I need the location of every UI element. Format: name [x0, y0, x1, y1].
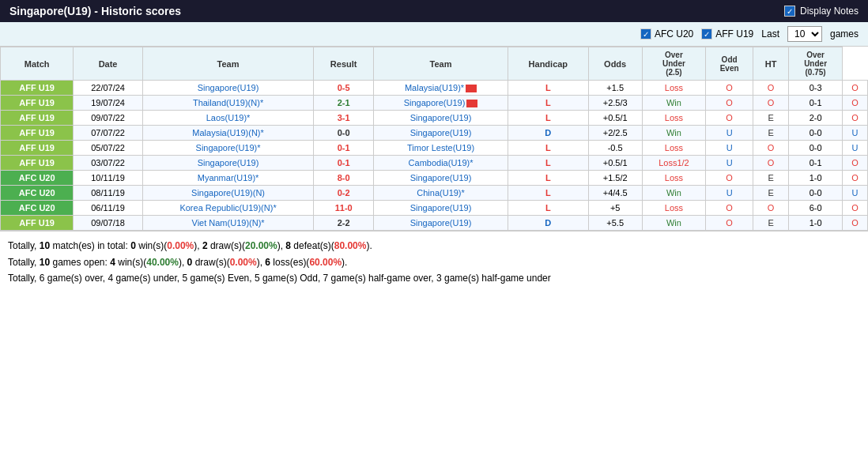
odds-cell: Loss1/2 [642, 156, 705, 171]
team2-cell[interactable]: Singapore(U19) [374, 201, 508, 216]
ou25-cell: O [706, 96, 753, 111]
table-row: AFF U1903/07/22Singapore(U19)0-1Cambodia… [1, 156, 868, 171]
result-cell: 8-0 [314, 171, 374, 186]
wdl-cell: D [508, 126, 589, 141]
display-notes-checkbox[interactable]: ✓ [784, 6, 795, 17]
team1-cell[interactable]: Viet Nam(U19)(N)* [142, 216, 314, 231]
handicap-cell: +5.5 [588, 216, 642, 231]
draws-count: 2 [202, 240, 208, 251]
wdl-cell: L [508, 81, 589, 96]
summary-line3: Totally, 6 game(s) over, 4 game(s) under… [8, 270, 860, 286]
date-cell: 22/07/24 [74, 81, 142, 96]
team1-cell[interactable]: Thailand(U19)(N)* [142, 96, 314, 111]
ou075-cell: O [843, 111, 868, 126]
team1-cell[interactable]: Singapore(U19) [142, 81, 314, 96]
wins-count: 0 [130, 240, 136, 251]
ou25-cell: O [706, 216, 753, 231]
handicap-cell: -0.5 [588, 141, 642, 156]
result-cell: 0-0 [314, 126, 374, 141]
ou25-cell: U [706, 156, 753, 171]
flag-icon [466, 100, 477, 107]
table-row: AFF U1905/07/22Singapore(U19)*0-1Timor L… [1, 141, 868, 156]
ht-cell: 1-0 [789, 171, 843, 186]
aff-u19-checkbox[interactable]: ✓ [701, 28, 712, 40]
odds-cell: Loss [642, 81, 705, 96]
date-cell: 08/11/19 [74, 186, 142, 201]
result-cell: 2-2 [314, 216, 374, 231]
ht-cell: 2-0 [789, 111, 843, 126]
ou075-cell: O [843, 96, 868, 111]
comp-cell: AFC U20 [1, 186, 74, 201]
handicap-cell: +1.5 [588, 81, 642, 96]
afc-u20-filter[interactable]: ✓ AFC U20 [640, 28, 693, 40]
odd-even-cell: E [753, 216, 789, 231]
team2-cell[interactable]: Singapore(U19) [374, 111, 508, 126]
team1-cell[interactable]: Malaysia(U19)(N)* [142, 126, 314, 141]
team2-cell[interactable]: Singapore(U19) [374, 216, 508, 231]
ht-cell: 6-0 [789, 201, 843, 216]
team1-cell[interactable]: Singapore(U19)* [142, 141, 314, 156]
handicap-cell: +0.5/1 [588, 111, 642, 126]
team1-cell[interactable]: Laos(U19)* [142, 111, 314, 126]
col-result: Result [314, 47, 374, 81]
afc-u20-label: AFC U20 [655, 28, 693, 40]
ou075-cell: O [843, 156, 868, 171]
comp-cell: AFF U19 [1, 216, 74, 231]
team2-cell[interactable]: China(U19)* [374, 186, 508, 201]
open-wins-pct: 40.00% [146, 257, 179, 268]
handicap-cell: +5 [588, 201, 642, 216]
total-matches: 10 [40, 240, 50, 251]
table-row: AFF U1922/07/24Singapore(U19)0-5Malaysia… [1, 81, 868, 96]
defeats-count: 8 [285, 240, 291, 251]
date-cell: 05/07/22 [74, 141, 142, 156]
ou25-cell: O [706, 171, 753, 186]
date-cell: 09/07/18 [74, 216, 142, 231]
open-losses-pct: 60.00% [309, 257, 342, 268]
team2-cell[interactable]: Singapore(U19) [374, 171, 508, 186]
team2-cell[interactable]: Singapore(U19) [374, 126, 508, 141]
result-cell: 0-1 [314, 141, 374, 156]
open-draws-pct: 0.00% [230, 257, 257, 268]
odd-even-cell: O [753, 201, 789, 216]
wdl-cell: L [508, 186, 589, 201]
last-games-select[interactable]: 10 20 30 [787, 26, 822, 42]
draws-pct: 20.00% [245, 240, 277, 251]
wdl-cell: L [508, 111, 589, 126]
date-cell: 03/07/22 [74, 156, 142, 171]
odds-cell: Loss [642, 201, 705, 216]
ou075-cell: U [843, 126, 868, 141]
afc-u20-checkbox[interactable]: ✓ [640, 28, 651, 40]
team2-cell[interactable]: Timor Leste(U19) [374, 141, 508, 156]
result-cell: 2-1 [314, 96, 374, 111]
comp-cell: AFF U19 [1, 126, 74, 141]
team1-cell[interactable]: Singapore(U19)(N) [142, 186, 314, 201]
ou075-cell: U [843, 141, 868, 156]
handicap-cell: +1.5/2 [588, 171, 642, 186]
team1-cell[interactable]: Singapore(U19) [142, 156, 314, 171]
date-cell: 10/11/19 [74, 171, 142, 186]
team2-cell[interactable]: Singapore(U19) [374, 96, 508, 111]
ht-cell: 0-0 [789, 186, 843, 201]
ht-cell: 1-0 [789, 216, 843, 231]
odd-even-cell: E [753, 186, 789, 201]
team2-cell[interactable]: Malaysia(U19)* [374, 81, 508, 96]
wdl-cell: L [508, 171, 589, 186]
team2-cell[interactable]: Cambodia(U19)* [374, 156, 508, 171]
aff-u19-filter[interactable]: ✓ AFF U19 [701, 28, 753, 40]
date-cell: 19/07/24 [74, 96, 142, 111]
odds-cell: Win [642, 186, 705, 201]
team1-cell[interactable]: Korea Republic(U19)(N)* [142, 201, 314, 216]
team1-cell[interactable]: Myanmar(U19)* [142, 171, 314, 186]
col-oe: OddEven [706, 47, 753, 81]
col-match: Match [1, 47, 74, 81]
result-cell: 0-1 [314, 156, 374, 171]
col-ht: HT [753, 47, 789, 81]
handicap-cell: +4/4.5 [588, 186, 642, 201]
wdl-cell: L [508, 156, 589, 171]
summary-line2: Totally, 10 games open: 4 win(s)(40.00%)… [8, 254, 860, 270]
col-odds: Odds [588, 47, 642, 81]
ou25-cell: U [706, 141, 753, 156]
col-handicap: Handicap [508, 47, 589, 81]
handicap-cell: +2/2.5 [588, 126, 642, 141]
games-label: games [830, 28, 859, 40]
